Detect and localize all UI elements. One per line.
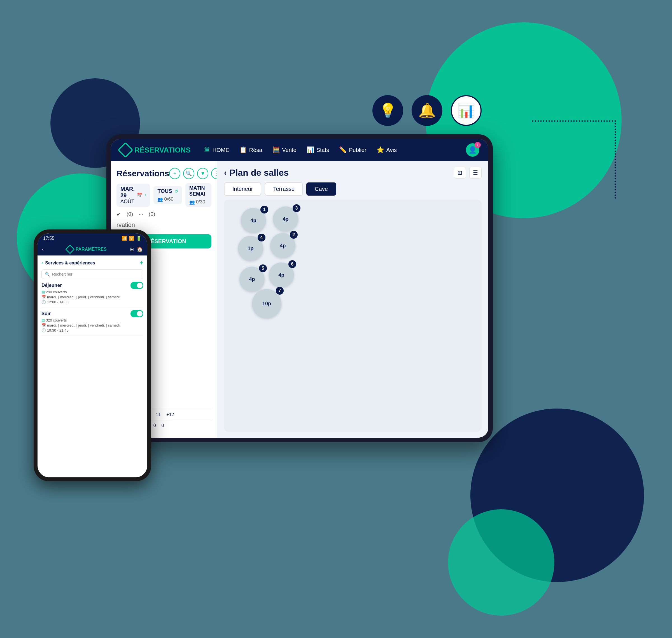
- home-phone-icon[interactable]: 🏠: [137, 246, 143, 252]
- table-3-number: 3: [293, 204, 300, 212]
- tab-interieur[interactable]: Intérieur: [224, 182, 261, 196]
- nav-item-home[interactable]: 🏛 HOME: [199, 144, 234, 156]
- filter-label: TOUS: [157, 188, 172, 194]
- grid-icon[interactable]: ⊞: [130, 246, 134, 252]
- table-6-seats: 4p: [278, 272, 284, 278]
- phone-time: 17:55: [43, 236, 54, 241]
- light-bulb-icon[interactable]: 💡: [372, 95, 403, 126]
- tous-count: 0/60: [164, 197, 173, 202]
- tab-cave-label: Cave: [315, 186, 328, 192]
- nav-label-stats: Stats: [316, 147, 329, 153]
- dots-icon: ···: [138, 211, 143, 217]
- floating-icons-group: 💡 🔔 📊: [372, 95, 481, 126]
- table-2[interactable]: 2 4p: [270, 233, 295, 258]
- nav-label-avis: Avis: [387, 147, 397, 153]
- service-dejeuner-hours: 🕐 12:00 - 14:00: [42, 300, 143, 304]
- battery-icon: 🔋: [136, 236, 142, 241]
- table-2-seats: 4p: [280, 243, 285, 249]
- tablet-screen: RÉSERVATIONS 🏛 HOME 📋 Résa 🧮 Vente 📊 Sta…: [111, 139, 488, 438]
- resa-icon: 📋: [240, 146, 247, 154]
- service-soir-covers: ▤ 320 couverts: [42, 318, 143, 322]
- back-chevron-phone-icon[interactable]: ‹: [42, 261, 43, 266]
- service-label: MATIN SEMAI: [189, 185, 208, 197]
- phone-frame: 17:55 📶 🛜 🔋 ‹ PARAMÈTRES ⊞ 🏠 ‹: [34, 230, 151, 481]
- tab-interieur-label: Intérieur: [232, 186, 253, 192]
- search-box[interactable]: 🔍 Rechercher: [42, 269, 143, 279]
- plan-title-text: Plan de salles: [229, 168, 289, 178]
- phone-app-title: PARAMÈTRES: [76, 247, 107, 252]
- service-dejeuner-header: Déjeuner: [42, 282, 143, 289]
- publier-icon: ✏️: [339, 146, 347, 154]
- user-avatar[interactable]: 👤 1: [466, 143, 479, 157]
- chevron-right-icon: ›: [145, 192, 146, 198]
- back-chevron-icon[interactable]: ‹: [224, 168, 227, 177]
- wifi-icon: 🛜: [129, 236, 134, 241]
- dejeuner-days-text: mardi. | mercredi. | jeudi. | vendredi. …: [47, 295, 121, 299]
- check-row: ✔ (0) ··· (0): [116, 211, 211, 217]
- toggle-soir[interactable]: [130, 310, 143, 317]
- phone-status-bar: 17:55 📶 🛜 🔋: [37, 233, 147, 243]
- filter-icon[interactable]: ▼: [197, 168, 208, 179]
- calendar-icon-soir: 📅: [42, 323, 46, 328]
- signal-icon: 📶: [121, 236, 127, 241]
- date-filter-row: MAR. 29 AOÛT 📅 › TOUS ↺ 👥 0/6: [116, 183, 211, 207]
- right-panel: ‹ Plan de salles ⊞ ☰ Intérieur Terrasse: [217, 161, 488, 438]
- tab-terrasse[interactable]: Terrasse: [265, 182, 303, 196]
- nav-label-resa: Résa: [249, 147, 262, 153]
- table-4-seats: 1p: [247, 246, 253, 252]
- grid-view-button[interactable]: ⊞: [454, 167, 466, 179]
- filter-tous-box[interactable]: TOUS ↺ 👥 0/60: [153, 186, 182, 204]
- phone-nav: ‹ PARAMÈTRES ⊞ 🏠: [37, 243, 147, 255]
- vente-icon: 🧮: [273, 146, 280, 154]
- service-soir-header: Soir: [42, 310, 143, 317]
- menu-button[interactable]: ☰: [469, 167, 481, 179]
- covers-icon-soir: ▤: [42, 318, 45, 322]
- phone-logo: PARAMÈTRES: [67, 246, 107, 253]
- add-icon[interactable]: +: [169, 168, 180, 179]
- phone-back-icon[interactable]: ‹: [42, 247, 44, 252]
- dots-count: (0): [149, 211, 155, 217]
- tab-terrasse-label: Terrasse: [273, 186, 295, 192]
- table-6[interactable]: 6 4p: [269, 263, 294, 288]
- table-4[interactable]: 4 1p: [238, 236, 263, 261]
- room-tabs: Intérieur Terrasse Cave: [224, 182, 481, 196]
- services-section-header: ‹ Services & expériences +: [42, 259, 143, 267]
- reservations-title: Réservations: [116, 169, 169, 178]
- tab-cave[interactable]: Cave: [306, 182, 336, 196]
- clock-icon-dejeuner: 🕐: [42, 300, 46, 304]
- search-placeholder: Rechercher: [52, 272, 72, 276]
- stats-icon[interactable]: 📊: [451, 95, 481, 126]
- service-box[interactable]: MATIN SEMAI 👥 0/30: [185, 183, 211, 207]
- date-box[interactable]: MAR. 29 AOÛT 📅 ›: [116, 184, 150, 207]
- bg-circle-teal-bottom: [448, 509, 554, 616]
- app-logo: RÉSERVATIONS: [120, 145, 191, 155]
- table-1[interactable]: 1 4p: [241, 208, 266, 233]
- nav-item-vente[interactable]: 🧮 Vente: [267, 144, 301, 156]
- calendar-icon: 📅: [137, 192, 143, 198]
- table-4-number: 4: [258, 234, 265, 241]
- phone-screen: 17:55 📶 🛜 🔋 ‹ PARAMÈTRES ⊞ 🏠 ‹: [37, 233, 147, 477]
- toggle-dejeuner[interactable]: [130, 282, 143, 289]
- check-icon: ✔: [116, 211, 121, 217]
- nav-item-resa[interactable]: 📋 Résa: [234, 144, 267, 156]
- table-5-seats: 4p: [249, 276, 255, 282]
- nav-item-avis[interactable]: ⭐ Avis: [372, 144, 402, 156]
- table-3[interactable]: 3 4p: [273, 206, 298, 232]
- nav-item-publier[interactable]: ✏️ Publier: [334, 144, 371, 156]
- table-1-number: 1: [260, 206, 268, 214]
- date-day: MAR. 29: [120, 186, 135, 199]
- table-7[interactable]: 7 10p: [252, 289, 281, 318]
- soir-hours-text: 19:30 - 21:45: [47, 328, 69, 332]
- panel-actions: + 🔍 ▼ ⋮: [169, 168, 222, 179]
- add-service-icon[interactable]: +: [140, 259, 143, 267]
- home-icon: 🏛: [204, 146, 210, 154]
- plan-header: ‹ Plan de salles ⊞ ☰: [224, 167, 481, 179]
- bell-icon[interactable]: 🔔: [412, 95, 442, 126]
- nav-item-stats[interactable]: 📊 Stats: [301, 144, 334, 156]
- search-icon[interactable]: 🔍: [183, 168, 194, 179]
- cover-icon: 👥: [157, 197, 163, 202]
- table-5[interactable]: 5 4p: [240, 267, 265, 292]
- calendar-icon-dejeuner: 📅: [42, 295, 46, 299]
- nav-label-home: HOME: [213, 147, 229, 153]
- app-title: RÉSERVATIONS: [134, 146, 191, 154]
